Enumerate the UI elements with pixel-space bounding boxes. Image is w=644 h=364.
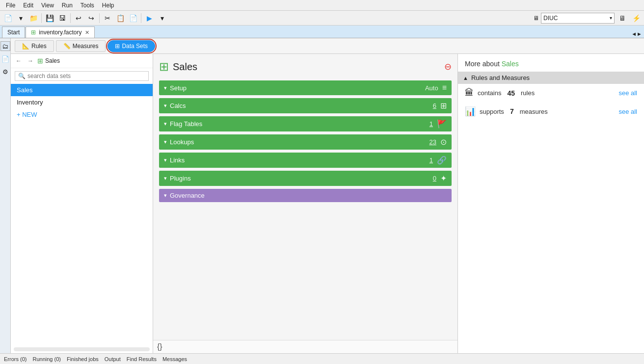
- toolbar-save-btn[interactable]: 💾: [44, 12, 55, 24]
- section-governance-label: Governance: [170, 192, 447, 199]
- section-flag-tables[interactable]: ▾ Flag Tables 1 🚩: [159, 116, 452, 131]
- section-setup-chevron: ▾: [164, 85, 167, 91]
- list-item-new[interactable]: + NEW: [11, 108, 153, 121]
- gear-icon[interactable]: ⚙: [0, 67, 10, 77]
- section-lookups-chevron: ▾: [164, 139, 167, 145]
- center-panel: ⊞ Sales ⊖ ▾ Setup Auto ≡ ▾ Calcs 6: [153, 54, 457, 353]
- measures-icon: 📏: [63, 43, 71, 50]
- section-lookups[interactable]: ▾ Lookups 23 ⊙: [159, 134, 452, 150]
- toolbar: 📄 ▾ 📁 💾 🖫 ↩ ↪ ✂ 📋 📄 ▶ ▾ 🖥 DIUC ▾ 🖥 ⚡: [0, 11, 644, 26]
- toolbar-cut-btn[interactable]: ✂: [102, 12, 113, 24]
- toolbar-dropdown-btn[interactable]: ▾: [15, 12, 27, 24]
- section-calcs[interactable]: ▾ Calcs 6 ⊞: [159, 98, 452, 113]
- server-dropdown[interactable]: DIUC ▾: [541, 13, 615, 24]
- section-setup[interactable]: ▾ Setup Auto ≡: [159, 80, 452, 95]
- section-lookups-count[interactable]: 23: [429, 138, 436, 146]
- left-drag-handle[interactable]: [153, 54, 156, 353]
- status-errors[interactable]: Errors (0): [4, 356, 27, 362]
- section-flagtables-count[interactable]: 1: [429, 120, 433, 128]
- right-panel-header: More about Sales: [458, 54, 644, 72]
- section-plugins[interactable]: ▾ Plugins 0 ✦: [159, 171, 452, 186]
- section-plugins-count[interactable]: 0: [433, 175, 436, 182]
- right-section-chevron: ▲: [463, 75, 468, 81]
- status-finished[interactable]: Finished jobs: [67, 356, 99, 362]
- section-governance[interactable]: ▾ Governance: [159, 189, 452, 202]
- toolbar-paste-btn[interactable]: 📄: [127, 12, 139, 24]
- section-setup-label: Setup: [170, 84, 425, 92]
- datasets-label: Data Sets: [122, 43, 148, 50]
- search-input[interactable]: [27, 73, 145, 79]
- tab-close-btn[interactable]: ✕: [85, 29, 89, 36]
- tab-measures[interactable]: 📏 Measures: [56, 40, 106, 52]
- section-plugins-icon: ✦: [440, 174, 447, 183]
- tab-bar: Start ⊞ inventory.factory ✕ ◄ ►: [0, 26, 644, 38]
- search-box[interactable]: 🔍: [15, 71, 149, 81]
- status-bar: Errors (0) Running (0) Finished jobs Out…: [0, 353, 644, 364]
- breadcrumb: ⊞ Sales: [37, 57, 60, 65]
- menu-help[interactable]: Help: [98, 1, 118, 10]
- center-toolbar-icon[interactable]: {}: [157, 342, 162, 351]
- section-links-count[interactable]: 1: [429, 156, 433, 164]
- toolbar-new-btn[interactable]: 📄: [2, 12, 14, 24]
- tab-prev-arrow[interactable]: ◄: [631, 31, 637, 37]
- explorer-tab-icon[interactable]: 🗂: [0, 41, 10, 51]
- dataset-close-btn[interactable]: ⊖: [444, 61, 452, 72]
- nav-back-btn[interactable]: ←: [14, 56, 24, 66]
- toolbar-copy-btn[interactable]: 📋: [114, 12, 126, 24]
- server-disconnect-btn[interactable]: ⚡: [630, 12, 642, 24]
- menu-run[interactable]: Run: [58, 1, 77, 10]
- separator-2: [70, 13, 71, 23]
- tab-start[interactable]: Start: [2, 26, 25, 38]
- toolbar-run-dropdown-btn[interactable]: ▾: [156, 12, 168, 24]
- tab-file[interactable]: ⊞ inventory.factory ✕: [26, 26, 94, 38]
- main-area: 🗂 📄 ⚙ 📐 Rules 📏 Measures ⊞ Data Sets: [0, 38, 644, 353]
- section-calcs-chevron: ▾: [164, 103, 167, 109]
- right-drag-handle[interactable]: [455, 54, 457, 353]
- section-flagtables-icon: 🚩: [437, 119, 447, 129]
- toolbar-run-btn[interactable]: ▶: [143, 12, 155, 24]
- tab-rules[interactable]: 📐 Rules: [15, 40, 54, 52]
- rules-see-all-link[interactable]: see all: [618, 89, 637, 97]
- toolbar-open-btn[interactable]: 📁: [27, 12, 39, 24]
- rules-stat-icon: 🏛: [465, 88, 474, 98]
- menu-edit[interactable]: Edit: [19, 1, 37, 10]
- dataset-header-title: Sales: [173, 61, 440, 73]
- toolbar-redo-btn[interactable]: ↪: [85, 12, 97, 24]
- center-scroll: ⊞ Sales ⊖ ▾ Setup Auto ≡ ▾ Calcs 6: [153, 54, 457, 340]
- measures-stat-suffix: measures: [520, 108, 615, 115]
- nav-forward-btn[interactable]: →: [26, 56, 35, 66]
- status-messages[interactable]: Messages: [162, 356, 187, 362]
- menu-file[interactable]: File: [2, 1, 19, 10]
- section-lookups-icon: ⊙: [440, 137, 447, 147]
- stat-row-rules: 🏛 contains 45 rules see all: [458, 84, 644, 102]
- list-item-inventory[interactable]: Inventory: [11, 96, 153, 108]
- section-links[interactable]: ▾ Links 1 🔗: [159, 153, 452, 168]
- menu-view[interactable]: View: [37, 1, 58, 10]
- status-find-results[interactable]: Find Results: [127, 356, 157, 362]
- toolbar-right: 🖥 DIUC ▾ 🖥 ⚡: [533, 12, 642, 24]
- doc-icon[interactable]: 📄: [0, 54, 10, 64]
- measures-see-all-link[interactable]: see all: [618, 108, 637, 115]
- separator-3: [99, 13, 100, 23]
- section-links-label: Links: [170, 156, 429, 164]
- list-item-sales[interactable]: Sales: [11, 84, 153, 96]
- list-scrollbar[interactable]: [14, 347, 150, 351]
- status-running[interactable]: Running (0): [32, 356, 60, 362]
- status-output[interactable]: Output: [105, 356, 121, 362]
- section-lookups-label: Lookups: [170, 138, 429, 146]
- menu-tools[interactable]: Tools: [77, 1, 98, 10]
- measures-stat-icon: 📊: [465, 106, 476, 117]
- section-calcs-count[interactable]: 6: [433, 102, 436, 109]
- section-flagtables-chevron: ▾: [164, 121, 167, 127]
- tab-datasets[interactable]: ⊞ Data Sets: [107, 40, 155, 52]
- toolbar-undo-btn[interactable]: ↩: [73, 12, 84, 24]
- work-area: ← → ⊞ Sales 🔍 Sales Inventory + NEW: [11, 54, 644, 353]
- tab-file-icon: ⊞: [31, 29, 36, 36]
- tab-next-arrow[interactable]: ►: [637, 31, 642, 37]
- server-connect-btn[interactable]: 🖥: [617, 12, 628, 24]
- section-calcs-label: Calcs: [170, 102, 433, 109]
- toolbar-save-as-btn[interactable]: 🖫: [56, 12, 68, 24]
- section-links-chevron: ▾: [164, 157, 167, 163]
- rules-stat-number: 45: [507, 89, 515, 97]
- right-section-header[interactable]: ▲ Rules and Measures: [458, 72, 644, 84]
